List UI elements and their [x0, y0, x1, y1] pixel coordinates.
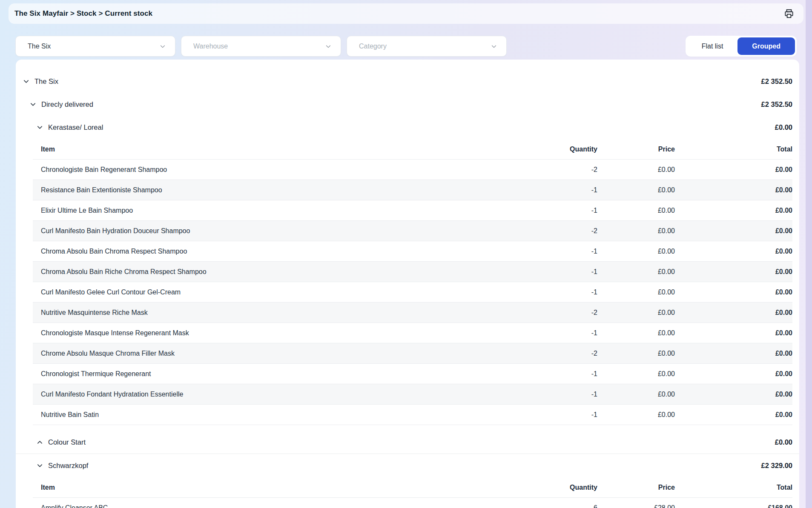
group-row-the-six[interactable]: The Six £2 352.50 [16, 70, 799, 93]
chevron-down-icon [30, 101, 36, 108]
total-cell: £0.00 [675, 268, 792, 276]
item-name-cell: Nutritive Bain Satin [33, 411, 470, 419]
price-cell: £0.00 [597, 268, 675, 276]
group-total: £2 352.50 [761, 77, 792, 86]
price-cell: £0.00 [597, 391, 675, 398]
price-cell: £0.00 [597, 207, 675, 214]
quantity-cell: -1 [470, 268, 597, 276]
total-cell: £0.00 [675, 248, 792, 255]
breadcrumb[interactable]: The Six Mayfair > Stock > Current stock [14, 9, 152, 18]
grouped-stock-list: The Six £2 352.50 Direcly delivered £2 3… [16, 70, 799, 508]
quantity-cell: -2 [470, 350, 597, 357]
column-header-quantity: Quantity [470, 146, 597, 153]
table-body: Amplify Cleanser ABC 6 £28.00 £168.00 [33, 498, 792, 508]
total-cell: £0.00 [675, 227, 792, 235]
table-row: Nutritive Bain Satin -1 £0.00 £0.00 [33, 405, 792, 425]
table-row: Chrome Absolu Masque Chroma Filler Mask … [33, 343, 792, 364]
table-header: Item Quantity Price Total [33, 140, 792, 160]
price-cell: £0.00 [597, 166, 675, 174]
group-row-kerastase-loreal[interactable]: Kerastase/ Loreal £0.00 [16, 116, 799, 139]
quantity-cell: -1 [470, 391, 597, 398]
quantity-cell: -2 [470, 166, 597, 174]
price-cell: £0.00 [597, 411, 675, 419]
quantity-cell: -2 [470, 227, 597, 235]
price-cell: £0.00 [597, 227, 675, 235]
price-cell: £0.00 [597, 186, 675, 194]
table-row: Resistance Bain Extentioniste Shampoo -1… [33, 180, 792, 200]
total-cell: £0.00 [675, 186, 792, 194]
top-bar: The Six Mayfair > Stock > Current stock [9, 3, 803, 24]
print-button[interactable] [782, 7, 796, 20]
total-cell: £0.00 [675, 309, 792, 317]
total-cell: £0.00 [675, 411, 792, 419]
item-name-cell: Resistance Bain Extentioniste Shampoo [33, 186, 470, 194]
column-header-item: Item [33, 146, 470, 153]
quantity-cell: -1 [470, 288, 597, 296]
item-name-cell: Chroma Absolu Bain Riche Chroma Respect … [33, 268, 470, 276]
column-header-price: Price [597, 484, 675, 491]
items-table: Item Quantity Price Total Chronologiste … [33, 140, 792, 425]
price-cell: £0.00 [597, 288, 675, 296]
chevron-up-icon [37, 439, 43, 445]
table-row: Curl Manifesto Gelee Curl Contour Gel-Cr… [33, 282, 792, 303]
items-table: Item Quantity Price Total Amplify Cleans… [33, 478, 792, 508]
table-row: Chroma Absolu Bain Chroma Respect Shampo… [33, 241, 792, 262]
group-total: £2 329.00 [761, 462, 792, 470]
item-name-cell: Curl Manifesto Fondant Hydratation Essen… [33, 391, 470, 398]
item-name-cell: Curl Manifesto Bain Hydration Douceur Sh… [33, 227, 470, 235]
table-row: Chroma Absolu Bain Riche Chroma Respect … [33, 262, 792, 282]
quantity-cell: -2 [470, 309, 597, 317]
group-row-direcly-delivered[interactable]: Direcly delivered £2 352.50 [16, 93, 799, 116]
table-row: Chronologiste Masque Intense Regenerant … [33, 323, 792, 343]
item-name-cell: Amplify Cleanser ABC [33, 504, 470, 508]
category-select-placeholder: Category [359, 43, 387, 50]
total-cell: £0.00 [675, 370, 792, 378]
item-name-cell: Chrome Absolu Masque Chroma Filler Mask [33, 350, 470, 357]
total-cell: £0.00 [675, 166, 792, 174]
group-row-colour-start[interactable]: Colour Start £0.00 [16, 431, 799, 454]
item-name-cell: Nutritive Masquintense Riche Mask [33, 309, 470, 317]
group-total: £0.00 [775, 123, 792, 131]
chevron-down-icon [23, 78, 29, 85]
group-row-schwarzkopf[interactable]: Schwarzkopf £2 329.00 [16, 454, 799, 477]
table-row: Chronologiste Bain Regenerant Shampoo -2… [33, 160, 792, 180]
column-header-price: Price [597, 146, 675, 153]
table-row: Amplify Cleanser ABC 6 £28.00 £168.00 [33, 498, 792, 508]
group-total: £0.00 [775, 438, 792, 446]
grouped-button[interactable]: Grouped [737, 37, 795, 55]
table-body: Chronologiste Bain Regenerant Shampoo -2… [33, 160, 792, 425]
group-label: Kerastase/ Loreal [48, 123, 103, 131]
total-cell: £0.00 [675, 329, 792, 337]
warehouse-select-placeholder: Warehouse [193, 43, 228, 50]
total-cell: £168.00 [675, 504, 792, 508]
category-select[interactable]: Category [347, 36, 507, 57]
quantity-cell: -1 [470, 370, 597, 378]
table-row: Chronologist Thermique Regenerant -1 £0.… [33, 364, 792, 384]
item-name-cell: Chroma Absolu Bain Chroma Respect Shampo… [33, 248, 470, 255]
total-cell: £0.00 [675, 391, 792, 398]
quantity-cell: -1 [470, 411, 597, 419]
chevron-down-icon [160, 43, 166, 49]
group-label: Colour Start [48, 438, 86, 446]
flat-list-button[interactable]: Flat list [687, 37, 738, 55]
total-cell: £0.00 [675, 288, 792, 296]
quantity-cell: -1 [470, 186, 597, 194]
table-row: Curl Manifesto Fondant Hydratation Essen… [33, 384, 792, 405]
item-name-cell: Curl Manifesto Gelee Curl Contour Gel-Cr… [33, 288, 470, 296]
price-cell: £0.00 [597, 248, 675, 255]
column-header-quantity: Quantity [470, 484, 597, 491]
quantity-cell: -1 [470, 207, 597, 214]
group-label: Schwarzkopf [48, 462, 88, 470]
price-cell: £0.00 [597, 370, 675, 378]
item-name-cell: Chronologiste Masque Intense Regenerant … [33, 329, 470, 337]
price-cell: £28.00 [597, 504, 675, 508]
price-cell: £0.00 [597, 309, 675, 317]
location-select[interactable]: The Six [15, 36, 175, 57]
chevron-down-icon [37, 462, 43, 469]
stock-list-card: The Six £2 352.50 Direcly delivered £2 3… [16, 60, 799, 508]
total-cell: £0.00 [675, 350, 792, 357]
total-cell: £0.00 [675, 207, 792, 214]
chevron-down-icon [491, 43, 497, 49]
item-name-cell: Elixir Ultime Le Bain Shampoo [33, 207, 470, 214]
warehouse-select[interactable]: Warehouse [181, 36, 341, 57]
